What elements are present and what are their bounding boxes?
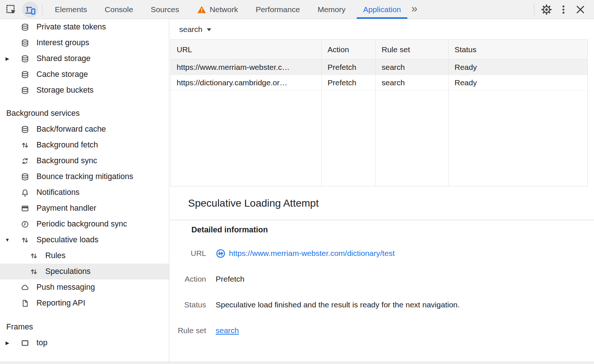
database-icon [21,86,29,95]
more-options-button[interactable] [555,1,572,18]
chevron-down-icon [207,28,211,31]
sidebar-item-periodic-background-sync[interactable]: Periodic background sync [0,216,169,232]
table-row-2-action[interactable]: Prefetch [322,75,376,90]
up-down-arrows-icon [29,267,38,276]
speculations-table: URL Action Rule set Status https://www.m… [170,39,588,186]
table-row-2-status[interactable]: Ready [449,75,587,90]
sidebar-item-cache-storage[interactable]: Cache storage [0,67,169,82]
gear-icon [541,4,552,15]
ruleset-filter-bar: search [170,19,594,39]
up-down-arrows-icon [21,141,29,150]
tab-performance[interactable]: Performance [247,0,309,19]
bell-icon [21,188,29,197]
speculative-load-icon [216,249,226,258]
sync-icon [21,157,29,165]
sidebar-item-storage-buckets[interactable]: Storage buckets [0,82,169,98]
table-row-2-rule-set[interactable]: search [376,75,449,90]
devtools-window: Elements Console Sources Network Perform… [0,0,594,364]
collapse-arrow[interactable]: ▼ [0,237,15,243]
window-bottom-edge [0,362,594,364]
database-icon [21,54,29,63]
sidebar-item-bounce-tracking-mitigations[interactable]: Bounce tracking mitigations [0,169,169,185]
payment-card-icon [21,204,29,213]
up-down-arrows-icon [29,251,38,260]
status-value: Speculative load finished and the result… [216,300,460,310]
action-value: Prefetch [216,274,244,284]
tab-network[interactable]: Network [188,0,247,19]
sidebar-item-reporting-api[interactable]: Reporting API [0,295,169,311]
sidebar-item-notifications[interactable]: Notifications [0,185,169,200]
application-tree: Private state tokens Interest groups ▶ S… [0,19,169,351]
settings-button[interactable] [538,1,555,18]
rule-set-label: Rule set [170,325,206,336]
sidebar-item-background-fetch[interactable]: Background fetch [0,137,169,153]
details-heading: Detailed information [191,225,594,235]
column-header-url[interactable]: URL [171,40,322,60]
sidebar-item-speculative-loads[interactable]: ▼ Speculative loads [0,232,169,248]
expand-arrow[interactable]: ▶ [0,340,15,346]
sidebar-item-top-frame[interactable]: ▶ top [0,335,169,351]
document-icon [21,299,29,308]
detail-row-status: Status Speculative load finished and the… [170,300,594,310]
sidebar-item-speculations[interactable]: Speculations [0,264,169,279]
sidebar-item-payment-handler[interactable]: Payment handler [0,200,169,216]
sidebar-item-rules[interactable]: Rules [0,248,169,264]
column-header-status[interactable]: Status [449,40,587,60]
detail-row-rule-set: Rule set search [170,325,594,336]
toolbar-right-controls [530,0,594,19]
tab-application[interactable]: Application [354,0,410,19]
sidebar-item-private-state-tokens[interactable]: Private state tokens [0,19,169,35]
application-panel-sidebar: Private state tokens Interest groups ▶ S… [0,19,169,362]
frame-icon [21,339,29,347]
table-row-2-url[interactable]: https://dictionary.cambridge.or… [171,75,322,90]
table-row-1-action[interactable]: Prefetch [322,60,376,75]
column-header-action[interactable]: Action [322,40,376,60]
table-empty-area [376,90,449,186]
toolbar-separator [42,4,42,15]
tab-elements[interactable]: Elements [46,0,96,19]
table-row-1-status[interactable]: Ready [449,60,587,75]
sidebar-item-back-forward-cache[interactable]: Back/forward cache [0,121,169,137]
device-toolbar-icon [25,4,36,15]
section-header-frames: Frames [0,319,169,335]
close-devtools-button[interactable] [572,1,589,18]
attempt-title: Speculative Loading Attempt [188,197,319,209]
database-icon [21,23,29,32]
table-empty-area [322,90,376,186]
table-empty-area [171,90,322,186]
column-header-rule-set[interactable]: Rule set [376,40,449,60]
ruleset-filter-dropdown[interactable]: search [179,25,211,34]
action-label: Action [170,274,206,284]
toolbar-separator [534,4,534,15]
three-dots-icon [558,4,569,15]
attempt-details: Detailed information URL https://www.mer… [170,220,594,336]
cloud-icon [21,283,29,292]
rule-set-link[interactable]: search [216,325,239,336]
close-icon [575,4,586,15]
attempt-url-link[interactable]: https://www.merriam-webster.com/dictiona… [229,248,395,258]
tab-memory[interactable]: Memory [309,0,354,19]
status-label: Status [170,300,206,310]
sidebar-item-background-sync[interactable]: Background sync [0,153,169,169]
panel-tabs: Elements Console Sources Network Perform… [46,0,421,19]
table-row-1-rule-set[interactable]: search [376,60,449,75]
sidebar-item-shared-storage[interactable]: ▶ Shared storage [0,51,169,67]
section-header-background-services: Background services [0,106,169,121]
up-down-arrows-icon [21,236,29,245]
sidebar-item-push-messaging[interactable]: Push messaging [0,279,169,295]
database-icon [21,70,29,79]
detail-row-action: Action Prefetch [170,274,594,284]
more-tabs-button[interactable]: » [410,0,421,19]
sidebar-item-interest-groups[interactable]: Interest groups [0,35,169,51]
warning-icon [197,5,206,14]
tab-console[interactable]: Console [96,0,142,19]
url-label: URL [170,248,206,258]
table-row-1-url[interactable]: https://www.merriam-webster.c… [171,60,322,75]
table-empty-area [449,90,587,186]
tab-sources[interactable]: Sources [142,0,188,19]
device-toolbar-button[interactable] [22,1,38,18]
inspect-cursor-icon [6,4,17,15]
expand-arrow[interactable]: ▶ [0,56,15,61]
attempt-header: Speculative Loading Attempt [170,186,594,220]
inspect-element-button[interactable] [3,1,19,18]
